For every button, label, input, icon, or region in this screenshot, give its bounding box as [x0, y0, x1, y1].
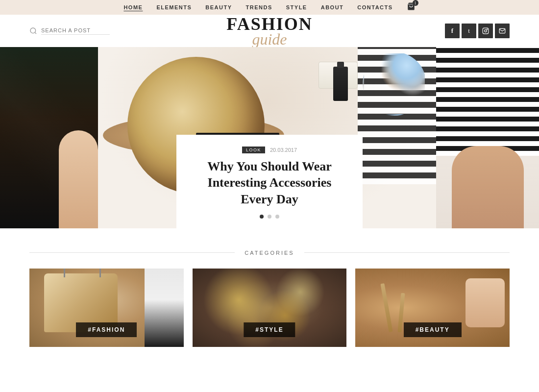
- fashion-label: #FASHION: [76, 322, 137, 337]
- instagram-button[interactable]: [478, 24, 493, 38]
- site-header: FASHION guide f t: [0, 15, 539, 47]
- slide-title: Why You Should Wear Interesting Accessor…: [191, 158, 348, 208]
- category-card-fashion[interactable]: #FASHION: [29, 269, 184, 347]
- svg-point-1: [30, 28, 36, 33]
- instagram-icon: [482, 27, 489, 34]
- categories-grid: #FASHION #STYLE #BEAUTY: [29, 269, 510, 347]
- nav-item-style[interactable]: STYLE: [286, 4, 307, 10]
- hero-image-right: [436, 47, 539, 228]
- nav-item-elements[interactable]: ELEMENTS: [156, 4, 192, 10]
- right-skin: [452, 146, 524, 228]
- perfume-bottle: [333, 67, 348, 101]
- slide-meta: LOOK 20.03.2017: [191, 147, 348, 153]
- svg-point-4: [487, 29, 488, 29]
- hand-element: [466, 278, 505, 327]
- categories-header: CATEGORIES: [29, 248, 510, 257]
- search-icon: [29, 27, 37, 35]
- twitter-button[interactable]: t: [462, 24, 476, 38]
- svg-point-3: [485, 30, 487, 32]
- slide-date: 20.03.2017: [270, 147, 297, 153]
- slide-overlay: LOOK 20.03.2017 Why You Should Wear Inte…: [176, 135, 363, 228]
- slide-tag: LOOK: [242, 147, 265, 153]
- category-card-style[interactable]: #STYLE: [193, 269, 347, 347]
- categories-label: CATEGORIES: [235, 250, 304, 256]
- hero-image-left: [0, 47, 98, 228]
- search-input[interactable]: [41, 27, 110, 35]
- nav-item-home[interactable]: HOME: [123, 4, 143, 10]
- hero-slider: LOOK 20.03.2017 Why You Should Wear Inte…: [0, 47, 539, 228]
- nav-item-contacts[interactable]: CONTACTS: [357, 4, 392, 10]
- email-button[interactable]: [495, 24, 510, 38]
- style-label: #STYLE: [244, 322, 295, 337]
- category-card-beauty[interactable]: #BEAUTY: [355, 269, 510, 347]
- cart-count: 1: [413, 0, 418, 6]
- brush-1: [381, 283, 393, 332]
- svg-rect-2: [483, 28, 489, 34]
- social-links: f t: [445, 24, 510, 38]
- nav-item-trends[interactable]: TRENDS: [246, 4, 272, 10]
- nav-item-beauty[interactable]: BEAUTY: [205, 4, 232, 10]
- beauty-label: #BEAUTY: [404, 322, 462, 337]
- top-navigation: HOME ELEMENTS BEAUTY TRENDS STYLE ABOUT …: [0, 0, 539, 15]
- categories-section: CATEGORIES #FASHION #STYLE #BEAUTY: [0, 228, 539, 357]
- fashion-person: [145, 269, 184, 347]
- dot-3[interactable]: [275, 215, 279, 219]
- dot-1[interactable]: [260, 215, 264, 219]
- necklace-accessory: [363, 52, 426, 116]
- cart-button[interactable]: 1: [407, 2, 416, 13]
- facebook-button[interactable]: f: [445, 24, 460, 38]
- search-area: [29, 27, 110, 35]
- site-logo[interactable]: FASHION guide: [226, 14, 312, 49]
- slide-dots: [191, 215, 348, 219]
- email-icon: [499, 27, 506, 34]
- dot-2[interactable]: [268, 215, 271, 219]
- nav-item-about[interactable]: ABOUT: [321, 4, 344, 10]
- arm-element: [59, 130, 98, 228]
- right-stripes: [436, 47, 539, 156]
